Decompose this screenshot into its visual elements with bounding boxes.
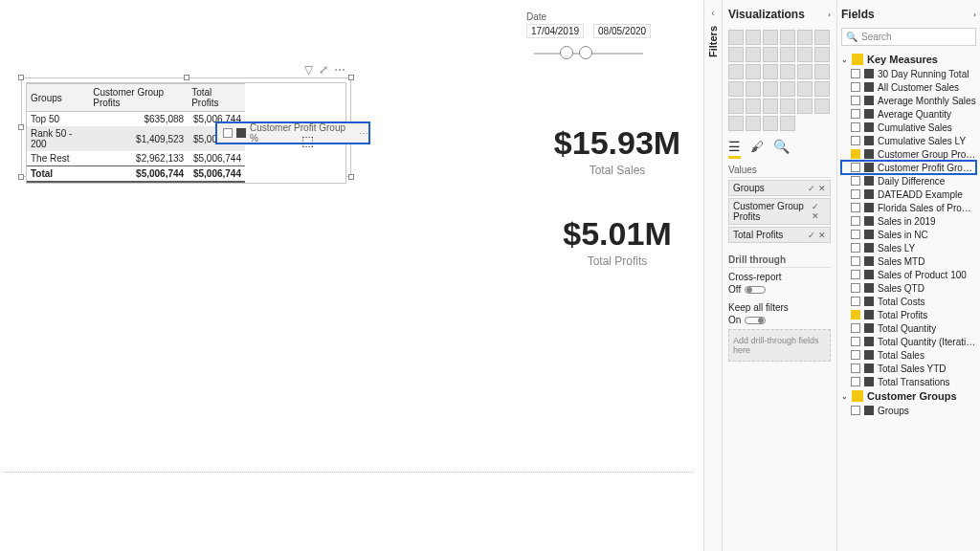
checkbox[interactable] bbox=[851, 406, 860, 415]
date-slicer[interactable]: Date 17/04/2019 08/05/2020 bbox=[526, 11, 651, 63]
viz-type-icon[interactable] bbox=[780, 30, 795, 45]
field-item[interactable]: Total Profits bbox=[841, 308, 976, 321]
viz-type-icon[interactable] bbox=[746, 30, 761, 45]
viz-type-icon[interactable] bbox=[780, 47, 795, 62]
field-item[interactable]: Sales in 2019 bbox=[841, 214, 976, 228]
slider-thumb-end[interactable] bbox=[579, 46, 592, 59]
drillthrough-drop-well[interactable]: Add drill-through fields here bbox=[728, 329, 831, 362]
field-item[interactable]: Florida Sales of Product 2 ... bbox=[841, 201, 976, 214]
focus-icon[interactable]: ⤢ bbox=[319, 63, 328, 77]
table-column-header[interactable]: Groups bbox=[27, 84, 89, 112]
viz-type-icon[interactable] bbox=[746, 64, 761, 79]
field-well[interactable]: Total Profits✓ ✕ bbox=[728, 227, 831, 243]
viz-type-icon[interactable] bbox=[746, 116, 761, 131]
field-item[interactable]: Sales LY bbox=[841, 241, 976, 254]
viz-type-icon[interactable] bbox=[728, 47, 744, 62]
field-item[interactable]: Sales of Product 100 bbox=[841, 268, 976, 281]
field-item[interactable]: Average Quantity bbox=[841, 107, 976, 121]
checkbox[interactable] bbox=[851, 310, 860, 320]
field-well[interactable]: Groups✓ ✕ bbox=[728, 180, 831, 196]
checkbox[interactable] bbox=[851, 270, 860, 279]
field-item[interactable]: Sales QTD bbox=[841, 281, 976, 295]
viz-type-icon[interactable] bbox=[728, 81, 744, 97]
report-canvas[interactable]: Date 17/04/2019 08/05/2020 $15.93M Total… bbox=[0, 0, 699, 551]
field-item[interactable]: Cumulative Sales LY bbox=[841, 134, 976, 147]
viz-type-icon[interactable] bbox=[763, 47, 778, 62]
viz-type-icon[interactable] bbox=[763, 30, 778, 45]
format-tab[interactable]: 🖌 bbox=[750, 139, 764, 159]
viz-type-icon[interactable] bbox=[763, 64, 778, 79]
keep-filters-toggle[interactable]: On bbox=[728, 315, 831, 325]
analytics-tab[interactable]: 🔍 bbox=[773, 139, 790, 159]
table-node[interactable]: ⌄Key Measures bbox=[841, 52, 976, 67]
date-from-input[interactable]: 17/04/2019 bbox=[526, 24, 584, 38]
field-item[interactable]: All Customer Sales bbox=[841, 80, 976, 94]
viz-type-icon[interactable] bbox=[728, 99, 744, 114]
table-column-header[interactable]: Customer Group Profits bbox=[89, 84, 188, 112]
cross-report-toggle[interactable]: Off bbox=[728, 284, 831, 295]
chevron-right-icon[interactable]: › bbox=[828, 11, 831, 19]
fields-tab[interactable]: ☰ bbox=[728, 139, 741, 159]
checkbox[interactable] bbox=[851, 377, 860, 386]
viz-type-icon[interactable] bbox=[780, 64, 795, 79]
checkbox[interactable] bbox=[851, 350, 860, 360]
more-icon[interactable]: ⋯ bbox=[334, 63, 345, 77]
slider-thumb-start[interactable] bbox=[560, 46, 573, 59]
expand-icon[interactable]: ‹ bbox=[711, 8, 714, 18]
viz-type-icon[interactable] bbox=[814, 81, 830, 97]
field-item[interactable]: Total Costs bbox=[841, 295, 976, 308]
viz-type-icon[interactable] bbox=[780, 99, 795, 114]
checkbox[interactable] bbox=[851, 163, 860, 172]
viz-type-icon[interactable] bbox=[797, 81, 813, 97]
field-item[interactable]: Customer Group Profits bbox=[841, 147, 976, 161]
checkbox[interactable] bbox=[851, 69, 860, 78]
checkbox[interactable] bbox=[851, 323, 860, 333]
viz-type-icon[interactable] bbox=[728, 64, 744, 79]
checkbox[interactable] bbox=[851, 256, 860, 266]
checkbox[interactable] bbox=[851, 96, 860, 105]
checkbox[interactable] bbox=[851, 337, 860, 346]
checkbox[interactable] bbox=[851, 176, 860, 186]
table-row[interactable]: Rank 50 - 200$1,409,523$5,006,744 bbox=[27, 126, 245, 151]
fields-search-input[interactable]: 🔍 Search bbox=[841, 28, 976, 46]
checkbox[interactable] bbox=[851, 230, 860, 239]
field-item[interactable]: Average Monthly Sales bbox=[841, 94, 976, 107]
viz-type-icon[interactable] bbox=[728, 30, 744, 45]
table-row[interactable]: Top 50$635,088$5,006,744 bbox=[27, 112, 245, 127]
filters-pane-collapsed[interactable]: ‹ Filters bbox=[703, 0, 723, 551]
viz-type-icon[interactable] bbox=[797, 30, 813, 45]
viz-type-icon[interactable] bbox=[814, 64, 830, 79]
chevron-right-icon[interactable]: › bbox=[973, 11, 976, 19]
filter-icon[interactable]: ▽ bbox=[304, 63, 313, 77]
checkbox[interactable] bbox=[851, 283, 860, 293]
field-item[interactable]: Groups bbox=[841, 404, 976, 417]
viz-type-icon[interactable] bbox=[797, 64, 813, 79]
table-row[interactable]: The Rest$2,962,133$5,006,744 bbox=[27, 151, 245, 166]
viz-type-icon[interactable] bbox=[746, 99, 761, 114]
viz-type-icon[interactable] bbox=[746, 81, 761, 97]
viz-type-icon[interactable] bbox=[763, 81, 778, 97]
viz-type-icon[interactable] bbox=[780, 116, 795, 131]
checkbox[interactable] bbox=[851, 243, 860, 253]
table-column-header[interactable]: Total Profits bbox=[188, 84, 245, 112]
viz-type-icon[interactable] bbox=[780, 81, 795, 97]
field-item[interactable]: Total Quantity (Iteration) bbox=[841, 335, 976, 348]
field-item[interactable]: Total Quantity bbox=[841, 321, 976, 335]
checkbox[interactable] bbox=[851, 297, 860, 306]
viz-type-icon[interactable] bbox=[746, 47, 761, 62]
field-item[interactable]: Total Sales YTD bbox=[841, 362, 976, 375]
field-item[interactable]: Sales MTD bbox=[841, 254, 976, 268]
field-item[interactable]: Total Sales bbox=[841, 348, 976, 362]
field-item[interactable]: Cumulative Sales bbox=[841, 121, 976, 134]
field-item[interactable]: Customer Profit Group % bbox=[841, 161, 976, 174]
viz-type-icon[interactable] bbox=[797, 47, 813, 62]
checkbox[interactable] bbox=[851, 109, 860, 119]
checkbox[interactable] bbox=[851, 122, 860, 132]
checkbox[interactable] bbox=[851, 189, 860, 199]
field-well[interactable]: Customer Group Profits✓ ✕ bbox=[728, 198, 831, 225]
checkbox[interactable] bbox=[851, 216, 860, 226]
checkbox[interactable] bbox=[851, 364, 860, 373]
viz-type-icon[interactable] bbox=[814, 30, 830, 45]
viz-type-icon[interactable] bbox=[728, 116, 744, 131]
viz-type-icon[interactable] bbox=[763, 99, 778, 114]
